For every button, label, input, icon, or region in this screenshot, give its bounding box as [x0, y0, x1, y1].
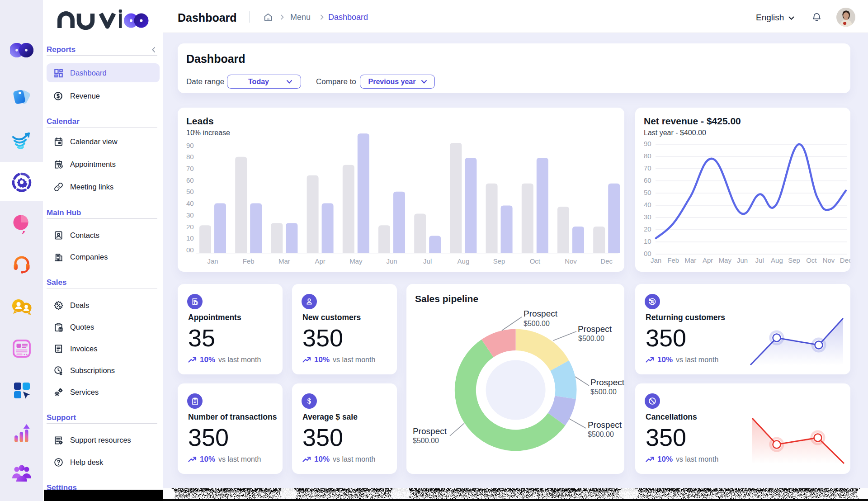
svg-text:60: 60: [186, 176, 194, 184]
svg-text:Aug: Aug: [771, 256, 783, 264]
svg-text:70: 70: [186, 165, 194, 172]
svg-text:90: 90: [186, 142, 194, 149]
svg-text:Dec: Dec: [840, 256, 850, 264]
svg-text:Nov: Nov: [565, 257, 577, 265]
svg-text:Mar: Mar: [684, 256, 696, 264]
svg-text:Prospect: Prospect: [413, 426, 447, 436]
svg-text:$500.00: $500.00: [578, 335, 604, 342]
svg-text:Prospect: Prospect: [590, 378, 624, 387]
svg-text:$500.00: $500.00: [524, 320, 550, 327]
svg-text:50: 50: [186, 188, 194, 195]
svg-text:Dec: Dec: [600, 257, 613, 265]
svg-text:May: May: [719, 256, 732, 264]
svg-text:Jun: Jun: [737, 256, 748, 264]
svg-text:Oct: Oct: [530, 257, 541, 265]
svg-text:Feb: Feb: [243, 257, 255, 265]
svg-text:Nov: Nov: [823, 256, 835, 264]
svg-text:Feb: Feb: [667, 256, 679, 264]
svg-text:Jul: Jul: [755, 256, 764, 264]
svg-text:$500.00: $500.00: [588, 430, 614, 438]
svg-text:80: 80: [644, 152, 651, 160]
svg-text:Mar: Mar: [278, 257, 290, 265]
svg-text:20: 20: [644, 225, 651, 233]
svg-text:40: 40: [644, 201, 651, 208]
svg-text:Apr: Apr: [703, 256, 713, 264]
svg-text:$500.00: $500.00: [590, 388, 617, 396]
svg-text:70: 70: [644, 164, 651, 172]
svg-text:Sep: Sep: [788, 256, 800, 264]
svg-text:30: 30: [644, 213, 651, 221]
svg-text:80: 80: [186, 153, 194, 161]
svg-text:May: May: [349, 257, 363, 265]
svg-text:Prospect: Prospect: [524, 309, 558, 318]
svg-text:50: 50: [644, 189, 651, 196]
svg-text:Aug: Aug: [458, 257, 470, 265]
svg-text:Apr: Apr: [315, 257, 325, 265]
svg-text:20: 20: [186, 223, 194, 231]
svg-text:00: 00: [186, 246, 194, 254]
svg-text:10: 10: [644, 237, 651, 245]
svg-text:10: 10: [186, 234, 194, 242]
svg-text:Jul: Jul: [423, 257, 432, 265]
svg-text:Jan: Jan: [207, 257, 218, 265]
svg-text:40: 40: [186, 199, 194, 207]
svg-text:$500.00: $500.00: [413, 437, 439, 444]
svg-text:90: 90: [644, 140, 651, 147]
svg-text:30: 30: [186, 211, 194, 219]
svg-text:Jun: Jun: [386, 257, 397, 265]
svg-text:Sep: Sep: [493, 257, 505, 265]
svg-text:Prospect: Prospect: [578, 324, 612, 334]
svg-text:60: 60: [644, 176, 651, 184]
svg-text:Jan: Jan: [651, 256, 661, 264]
svg-text:Oct: Oct: [806, 256, 817, 264]
svg-text:Prospect: Prospect: [588, 420, 622, 430]
